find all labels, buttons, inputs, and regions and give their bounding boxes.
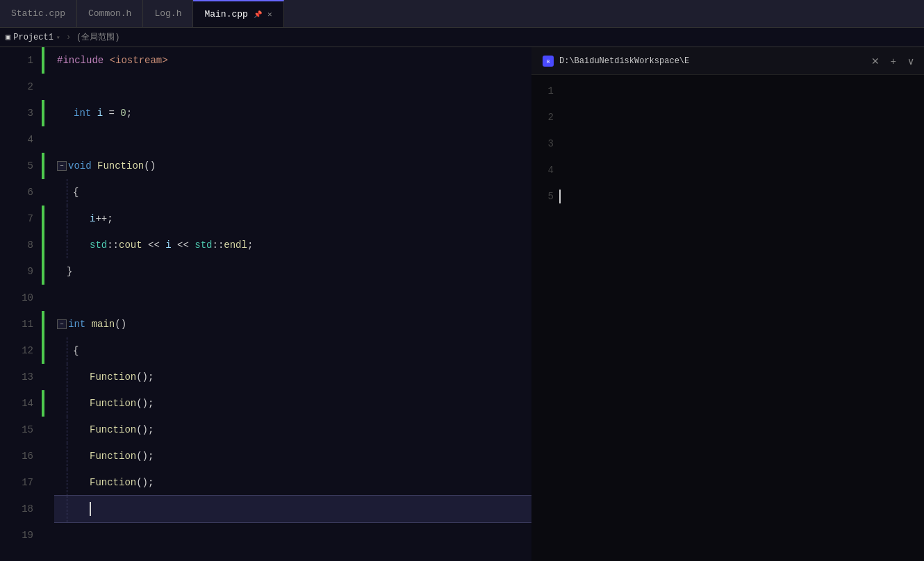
line-2[interactable] xyxy=(54,74,531,100)
right-line-5[interactable] xyxy=(559,183,924,210)
line-10[interactable] xyxy=(54,285,531,311)
tab-common-label: Common.h xyxy=(88,8,131,19)
fold-btn-11[interactable]: – xyxy=(57,319,67,329)
line-num-18: 18 xyxy=(0,496,33,522)
line-num-5: 5 xyxy=(0,153,33,179)
line-num-9: 9 xyxy=(0,258,33,285)
tab-static-label: Static.cpp xyxy=(11,8,65,19)
line-num-3: 3 xyxy=(0,100,33,126)
right-line-num-4: 4 xyxy=(534,157,554,183)
line-12[interactable]: { xyxy=(54,337,531,364)
tab-common[interactable]: Common.h xyxy=(77,0,143,27)
line-14[interactable]: Function (); xyxy=(54,390,531,417)
breadcrumb-arrow: › xyxy=(66,33,71,42)
line-18[interactable] xyxy=(54,496,531,522)
line-16[interactable]: Function (); xyxy=(54,443,531,469)
right-line-numbers: 1 2 3 4 5 xyxy=(531,75,559,561)
line-7[interactable]: i ++; xyxy=(54,206,531,232)
line-4[interactable] xyxy=(54,126,531,153)
line-num-13: 13 xyxy=(0,364,33,390)
project-icon: ▣ xyxy=(6,32,10,42)
svg-text:B: B xyxy=(547,59,550,65)
cursor xyxy=(90,502,91,516)
line-13[interactable]: Function (); xyxy=(54,364,531,390)
right-line-3[interactable] xyxy=(559,131,924,157)
tab-static[interactable]: Static.cpp xyxy=(0,0,77,27)
project-label[interactable]: ▣ Project1 ▾ xyxy=(6,32,60,42)
line-num-2: 2 xyxy=(0,74,33,100)
close-tab-button[interactable]: ✕ xyxy=(867,53,884,69)
right-line-1[interactable] xyxy=(559,78,924,104)
line-numbers: 1 2 3 4 5 6 7 8 9 10 11 12 13 14 15 16 1 xyxy=(0,47,42,561)
right-line-2[interactable] xyxy=(559,104,924,131)
line-num-10: 10 xyxy=(0,285,33,311)
line-num-12: 12 xyxy=(0,337,33,364)
right-line-num-1: 1 xyxy=(534,78,554,104)
line-5[interactable]: – void Function () xyxy=(54,153,531,179)
line-num-19: 19 xyxy=(0,522,33,549)
right-tab-label: D:\BaiduNetdiskWorkspace\E xyxy=(559,56,689,66)
pin-icon[interactable]: 📌 xyxy=(254,10,262,19)
line-9[interactable]: } xyxy=(54,258,531,285)
gutter xyxy=(42,47,54,561)
new-tab-button[interactable]: + xyxy=(886,53,900,69)
line-num-1: 1 xyxy=(0,47,33,74)
close-icon[interactable]: ✕ xyxy=(267,10,272,19)
tab-log[interactable]: Log.h xyxy=(143,0,193,27)
line-num-14: 14 xyxy=(0,390,33,417)
right-line-num-2: 2 xyxy=(534,104,554,131)
line-19[interactable] xyxy=(54,522,531,549)
line-num-17: 17 xyxy=(0,469,33,496)
ide-window: Static.cpp Common.h Log.h Main.cpp 📌 ✕ ▣… xyxy=(0,0,924,561)
right-line-num-3: 3 xyxy=(534,131,554,157)
line-num-4: 4 xyxy=(0,126,33,153)
line-11[interactable]: – int main () xyxy=(54,311,531,337)
tab-main[interactable]: Main.cpp 📌 ✕ xyxy=(193,0,283,27)
line-3[interactable]: int i = 0 ; xyxy=(54,100,531,126)
line-num-16: 16 xyxy=(0,443,33,469)
main-layout: 1 2 3 4 5 6 7 8 9 10 11 12 13 14 15 16 1 xyxy=(0,47,924,561)
tab-main-label: Main.cpp xyxy=(204,9,247,19)
right-line-4[interactable] xyxy=(559,157,924,183)
line-8[interactable]: std :: cout << i << std :: endl ; xyxy=(54,232,531,258)
code-content[interactable]: #include <iostream> int i = 0 ; xyxy=(54,47,531,561)
line-17[interactable]: Function (); xyxy=(54,469,531,496)
line-1[interactable]: #include <iostream> xyxy=(54,47,531,74)
line-6[interactable]: { xyxy=(54,179,531,206)
right-cursor xyxy=(559,190,561,203)
line-num-7: 7 xyxy=(0,206,33,232)
right-tab-terminal[interactable]: B D:\BaiduNetdiskWorkspace\E xyxy=(534,47,698,74)
line-num-11: 11 xyxy=(0,311,33,337)
dropdown-icon[interactable]: ▾ xyxy=(56,33,60,42)
line-num-15: 15 xyxy=(0,417,33,443)
editor-panel[interactable]: 1 2 3 4 5 6 7 8 9 10 11 12 13 14 15 16 1 xyxy=(0,47,531,561)
dropdown-button[interactable]: ∨ xyxy=(903,53,918,69)
tab-log-label: Log.h xyxy=(154,8,181,19)
breadcrumb-scope: (全局范围) xyxy=(76,31,119,43)
right-tab-bar: B D:\BaiduNetdiskWorkspace\E ✕ + ∨ xyxy=(531,47,924,75)
line-num-6: 6 xyxy=(0,179,33,206)
right-content[interactable]: 1 2 3 4 5 xyxy=(531,75,924,561)
right-code-area[interactable] xyxy=(559,75,924,561)
breadcrumb-bar: ▣ Project1 ▾ › (全局范围) xyxy=(0,28,924,47)
line-num-8: 8 xyxy=(0,232,33,258)
code-area: 1 2 3 4 5 6 7 8 9 10 11 12 13 14 15 16 1 xyxy=(0,47,531,561)
terminal-icon: B xyxy=(543,56,554,67)
fold-btn-5[interactable]: – xyxy=(57,161,67,171)
right-line-num-5: 5 xyxy=(534,183,554,210)
line-15[interactable]: Function (); xyxy=(54,417,531,443)
right-tab-actions: ✕ + ∨ xyxy=(867,53,924,69)
project-name: Project1 xyxy=(13,33,53,42)
right-panel: B D:\BaiduNetdiskWorkspace\E ✕ + ∨ 1 2 3 xyxy=(531,47,924,561)
tab-bar: Static.cpp Common.h Log.h Main.cpp 📌 ✕ xyxy=(0,0,924,28)
